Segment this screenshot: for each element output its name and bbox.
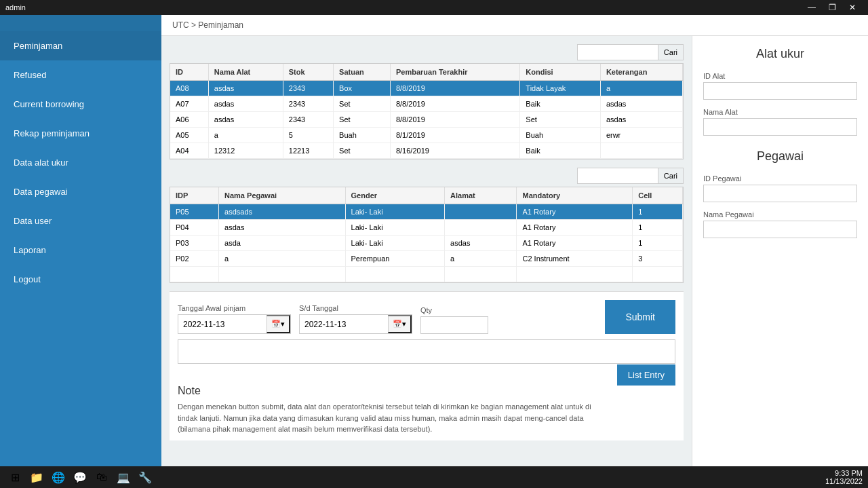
taskbar-time: 9:33 PM 11/13/2022	[825, 469, 863, 485]
sidebar-item-laporan[interactable]: Laporan	[0, 236, 161, 265]
sd-tanggal-calendar-button[interactable]: 📅▾	[388, 315, 412, 333]
tanggal-awal-input[interactable]	[178, 316, 267, 333]
alat-col-satuan: Satuan	[334, 64, 391, 81]
alat-search-input[interactable]	[577, 44, 658, 60]
maximize-button[interactable]: ❐	[822, 0, 842, 15]
pegawai-search-bar: Cari	[170, 168, 684, 184]
sidebar-item-data-alat-ukur[interactable]: Data alat ukur	[0, 148, 161, 177]
tanggal-awal-calendar-button[interactable]: 📅▾	[267, 315, 290, 333]
taskbar: ⊞ 📁 🌐 💬 🛍 💻 🔧 9:33 PM 11/13/2022	[0, 466, 868, 488]
taskbar-right: 9:33 PM 11/13/2022	[825, 469, 863, 485]
start-icon[interactable]: ⊞	[5, 468, 24, 487]
id-pegawai-label: ID Pegawai	[703, 174, 857, 183]
table-row[interactable]: P02aPerempuanaC2 Instrument3	[170, 251, 683, 267]
form-row-dates: Tanggal Awal pinjam 📅▾ S/d Tanggal 📅▾	[178, 300, 675, 334]
note-section: Note Dengan menekan button submit, data …	[170, 379, 684, 440]
chrome-icon[interactable]: 🌐	[49, 468, 68, 487]
sidebar-item-current-borrowing[interactable]: Current borrowing	[0, 90, 161, 119]
table-row[interactable]: P05asdsadsLaki- LakiA1 Rotary1	[170, 204, 683, 220]
nama-alat-input[interactable]	[703, 118, 857, 136]
bottom-form: Tanggal Awal pinjam 📅▾ S/d Tanggal 📅▾	[170, 291, 684, 379]
pegawai-col-gender: Gender	[345, 187, 445, 204]
id-alat-input[interactable]	[703, 82, 857, 100]
pegawai-col-cell: Cell	[633, 187, 683, 204]
folder-icon[interactable]: 📁	[27, 468, 46, 487]
sidebar-item-refused[interactable]: Refused	[0, 60, 161, 90]
close-button[interactable]: ✕	[842, 0, 863, 15]
pegawai-col-idp: IDP	[170, 187, 219, 204]
sidebar-item-logout[interactable]: Logout	[0, 265, 161, 294]
note-text: Dengan menekan button submit, data alat …	[178, 401, 606, 435]
store-icon[interactable]: 🛍	[92, 468, 111, 487]
sidebar-header	[0, 15, 161, 31]
sidebar-item-rekap-peminjaman[interactable]: Rekap peminjaman	[0, 119, 161, 148]
alat-col-pembaruan: Pembaruan Terakhir	[390, 64, 519, 81]
sidebar-item-peminjaman[interactable]: Peminjaman	[0, 31, 161, 60]
table-row[interactable]: A06asdas2343Set8/8/2019Setasdas	[170, 112, 683, 128]
submit-button[interactable]: Submit	[605, 300, 675, 334]
list-entry-wrapper: List Entry	[617, 385, 675, 386]
table-row[interactable]: A041231212213Set8/16/2019Baik	[170, 143, 683, 159]
alat-table-body: A08asdas2343Box8/8/2019Tidak LayakaA07as…	[170, 81, 683, 159]
list-entry-button[interactable]: List Entry	[617, 364, 675, 386]
page-content: Cari ID Nama Alat Stok Satuan Pembaruan …	[161, 36, 868, 466]
pegawai-search-button[interactable]: Cari	[658, 168, 684, 184]
tanggal-awal-label: Tanggal Awal pinjam	[178, 304, 291, 312]
pegawai-table-wrapper: IDP Nama Pegawai Gender Alamat Mandatory…	[170, 187, 684, 283]
nama-pegawai-input[interactable]	[703, 221, 857, 238]
alat-table-header: ID Nama Alat Stok Satuan Pembaruan Terak…	[170, 64, 683, 81]
alat-col-id: ID	[170, 64, 208, 81]
id-pegawai-group: ID Pegawai	[703, 174, 857, 202]
note-content: Note Dengan menekan button submit, data …	[178, 385, 606, 435]
alat-search-button[interactable]: Cari	[658, 44, 684, 60]
section-divider: Pegawai	[703, 149, 857, 164]
id-alat-label: ID Alat	[703, 72, 857, 80]
sidebar-item-data-user[interactable]: Data user	[0, 206, 161, 236]
pegawai-title: Pegawai	[703, 149, 857, 164]
qty-group: Qty	[420, 306, 488, 334]
nama-alat-group: Nama Alat	[703, 108, 857, 136]
table-row[interactable]: A05a5Buah8/1/2019Buaherwr	[170, 128, 683, 143]
table-row[interactable]: A08asdas2343Box8/8/2019Tidak Layaka	[170, 81, 683, 96]
right-panel: Alat ukur ID Alat Nama Alat Pegawai ID P…	[692, 36, 868, 466]
table-row[interactable]: A07asdas2343Set8/8/2019Baikasdas	[170, 96, 683, 112]
id-pegawai-input[interactable]	[703, 185, 857, 202]
alat-table-wrapper: ID Nama Alat Stok Satuan Pembaruan Terak…	[170, 63, 684, 159]
alat-table: ID Nama Alat Stok Satuan Pembaruan Terak…	[170, 64, 683, 159]
alat-ukur-title: Alat ukur	[703, 47, 857, 61]
note-title: Note	[178, 385, 606, 397]
chat-icon[interactable]: 💬	[71, 468, 90, 487]
alat-col-kondisi: Kondisi	[520, 64, 601, 81]
minimize-button[interactable]: —	[802, 0, 822, 15]
sd-tanggal-input[interactable]	[300, 316, 388, 333]
nama-pegawai-label: Nama Pegawai	[703, 210, 857, 219]
sidebar-item-data-pegawai[interactable]: Data pegawai	[0, 177, 161, 206]
code-icon[interactable]: 💻	[114, 468, 133, 487]
app-layout: Peminjaman Refused Current borrowing Rek…	[0, 15, 868, 466]
sd-tanggal-label: S/d Tanggal	[299, 304, 412, 312]
note-textarea[interactable]	[178, 339, 675, 364]
alat-search-bar: Cari	[170, 44, 684, 60]
app-icon[interactable]: 🔧	[136, 468, 155, 487]
taskbar-left: ⊞ 📁 🌐 💬 🛍 💻 🔧	[5, 468, 155, 487]
pegawai-col-nama: Nama Pegawai	[219, 187, 346, 204]
qty-label: Qty	[420, 306, 488, 314]
time-display: 9:33 PM	[825, 469, 863, 477]
titlebar: admin — ❐ ✕	[0, 0, 868, 15]
table-row[interactable]: P03asdaLaki- LakiasdasA1 Rotary1	[170, 236, 683, 251]
nama-pegawai-group: Nama Pegawai	[703, 210, 857, 238]
alat-col-nama: Nama Alat	[208, 64, 283, 81]
alat-col-stok: Stok	[283, 64, 333, 81]
pegawai-col-alamat: Alamat	[445, 187, 517, 204]
pegawai-search-input[interactable]	[577, 168, 658, 184]
qty-input[interactable]	[420, 316, 488, 334]
sd-tanggal-wrapper: 📅▾	[299, 314, 412, 334]
textarea-row	[178, 339, 675, 366]
table-row	[170, 267, 683, 282]
table-row[interactable]: P04asdasLaki- LakiA1 Rotary1	[170, 220, 683, 236]
window-controls: — ❐ ✕	[802, 0, 863, 15]
breadcrumb: UTC > Peminjaman	[161, 15, 868, 36]
tanggal-awal-group: Tanggal Awal pinjam 📅▾	[178, 304, 291, 334]
app-title: admin	[5, 3, 26, 12]
sidebar: Peminjaman Refused Current borrowing Rek…	[0, 15, 161, 466]
